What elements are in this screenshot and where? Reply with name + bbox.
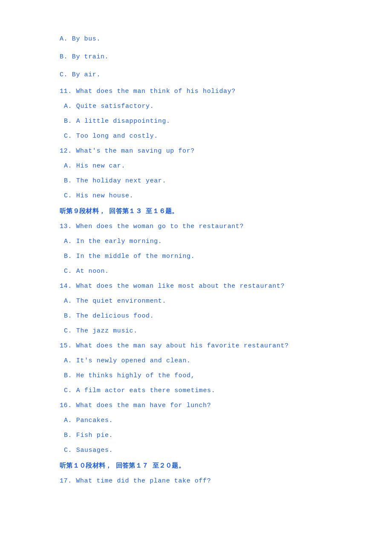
q11-option-a: A. Quite satisfactory. (60, 103, 332, 110)
section-9-header: 听第９段材料， 回答第１３ 至１６题。 (60, 207, 332, 215)
q13-option-a: A. In the early morning. (60, 238, 332, 245)
content-container: A. By bus. B. By train. C. By air. 11. W… (60, 34, 332, 485)
question-14: 14. What does the woman like most about … (60, 283, 332, 290)
q12-option-b: B. The holiday next year. (60, 177, 332, 185)
q16-option-a: A. Pancakes. (60, 417, 332, 424)
q14-option-b: B. The delicious food. (60, 312, 332, 320)
q16-option-c: C. Sausages. (60, 447, 332, 454)
question-11: 11. What does the man think of his holid… (60, 88, 332, 95)
question-15: 15. What does the man say about his favo… (60, 342, 332, 350)
q11-option-b: B. A little disappointing. (60, 118, 332, 125)
q14-option-a: A. The quiet environment. (60, 298, 332, 305)
q14-option-c: C. The jazz music. (60, 327, 332, 335)
option-a-bus: A. By bus. (60, 34, 332, 44)
q12-option-a: A. His new car. (60, 162, 332, 170)
question-17: 17. What time did the plane take off? (60, 477, 332, 485)
q11-option-c: C. Too long and costly. (60, 133, 332, 140)
q12-option-c: C. His new house. (60, 192, 332, 199)
option-c-air: C. By air. (60, 70, 332, 80)
q13-option-b: B. In the middle of the morning. (60, 253, 332, 260)
q15-option-b: B. He thinks highly of the food, (60, 372, 332, 379)
option-b-train: B. By train. (60, 52, 332, 62)
question-16: 16. What does the man have for lunch? (60, 402, 332, 409)
question-12: 12. What's the man saving up for? (60, 147, 332, 155)
q16-option-b: B. Fish pie. (60, 432, 332, 439)
q15-option-c: C. A film actor eats there sometimes. (60, 387, 332, 394)
section-10-header: 听第１０段材料， 回答第１７ 至２０题。 (60, 462, 332, 470)
q13-option-c: C. At noon. (60, 268, 332, 275)
q15-option-a: A. It's newly opened and clean. (60, 357, 332, 364)
question-13: 13. When does the woman go to the restau… (60, 223, 332, 230)
